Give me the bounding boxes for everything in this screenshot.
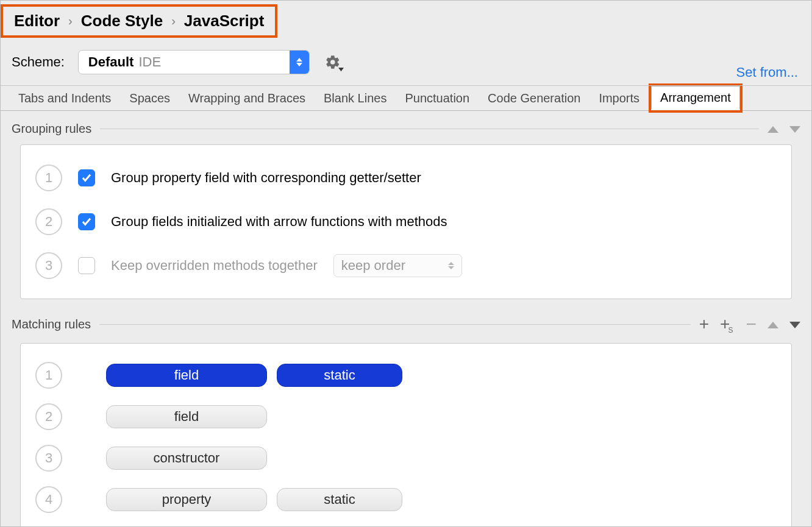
checkbox-group-arrow-fields[interactable] [78,213,95,230]
rule-token-constructor[interactable]: constructor [106,447,267,470]
check-icon [81,172,92,183]
matching-rules-section: Matching rules + +S − 1 field static 2 f… [1,303,811,527]
tab-blank-lines[interactable]: Blank Lines [315,86,396,110]
chevron-right-icon: › [171,14,176,28]
tab-code-generation[interactable]: Code Generation [479,86,589,110]
matching-rule-1[interactable]: 1 field static [35,355,777,396]
updown-icon[interactable] [290,51,309,74]
grouping-rule-3-label: Keep overridden methods together [111,258,318,274]
move-up-button[interactable] [767,317,778,331]
add-section-rule-button[interactable]: +S [720,314,735,334]
matching-rules-title: Matching rules [12,317,91,331]
matching-rule-3[interactable]: 3 constructor [35,437,777,479]
tab-punctuation[interactable]: Punctuation [396,86,479,110]
tab-wrapping-and-braces[interactable]: Wrapping and Braces [179,86,315,110]
tab-tabs-and-indents[interactable]: Tabs and Indents [9,86,120,110]
breadcrumb-code-style[interactable]: Code Style [81,12,163,30]
tab-bar: Tabs and Indents Spaces Wrapping and Bra… [1,86,811,111]
breadcrumb-javascript[interactable]: JavaScript [184,12,265,30]
matching-rule-4[interactable]: 4 property static [35,479,777,520]
matching-rules-panel: 1 field static 2 field 3 constructor 4 p… [20,343,792,527]
grouping-rule-1-label: Group property field with corresponding … [111,170,421,186]
rule-number: 3 [35,252,62,279]
grouping-rules-section: Grouping rules 1 Group property field wi… [1,111,811,303]
breadcrumb-editor[interactable]: Editor [14,12,60,30]
tab-arrangement[interactable]: Arrangement [651,86,740,110]
grouping-rules-title: Grouping rules [12,122,91,136]
rule-number: 4 [35,486,62,513]
rule-number: 1 [35,164,62,191]
chevron-right-icon: › [68,14,73,28]
keep-order-value: keep order [341,258,405,274]
rule-token-static[interactable]: static [277,488,402,511]
scheme-scope: IDE [138,54,161,70]
scheme-select[interactable]: Default IDE [78,50,310,74]
move-up-button[interactable] [767,122,778,136]
rule-number: 3 [35,445,62,472]
tab-arrangement-highlight: Arrangement [649,83,743,113]
scheme-value: Default [88,54,134,70]
scheme-actions-button[interactable] [323,52,343,72]
scheme-row: Scheme: Default IDE Set from... [1,45,811,86]
rule-number: 2 [35,403,62,430]
tab-imports[interactable]: Imports [589,86,649,110]
rule-number: 1 [35,362,62,389]
keep-order-select[interactable]: keep order [333,254,462,277]
set-from-link[interactable]: Set from... [736,65,798,80]
rule-token-field[interactable]: field [106,405,267,428]
remove-rule-button[interactable]: − [746,314,757,334]
grouping-rules-panel: 1 Group property field with correspondin… [20,144,792,299]
rule-token-static[interactable]: static [277,364,402,387]
rule-number: 2 [35,208,62,235]
breadcrumb: Editor › Code Style › JavaScript [1,4,277,38]
grouping-rule-2-label: Group fields initialized with arrow func… [111,214,447,230]
move-down-button[interactable] [789,317,800,331]
rule-token-property[interactable]: property [106,488,267,511]
check-icon [81,216,92,227]
move-down-button[interactable] [789,122,800,136]
grouping-rule-2[interactable]: 2 Group fields initialized with arrow fu… [35,200,777,244]
grouping-rule-1[interactable]: 1 Group property field with correspondin… [35,156,777,200]
scheme-label: Scheme: [12,54,65,70]
dropdown-caret-icon [338,68,344,73]
rule-token-field[interactable]: field [106,364,267,387]
checkbox-keep-overridden[interactable] [78,257,95,274]
tab-spaces[interactable]: Spaces [120,86,179,110]
checkbox-group-property[interactable] [78,169,95,186]
updown-icon [448,262,454,269]
add-rule-button[interactable]: + [699,314,709,334]
grouping-rule-3[interactable]: 3 Keep overridden methods together keep … [35,244,777,288]
matching-rule-2[interactable]: 2 field [35,396,777,437]
